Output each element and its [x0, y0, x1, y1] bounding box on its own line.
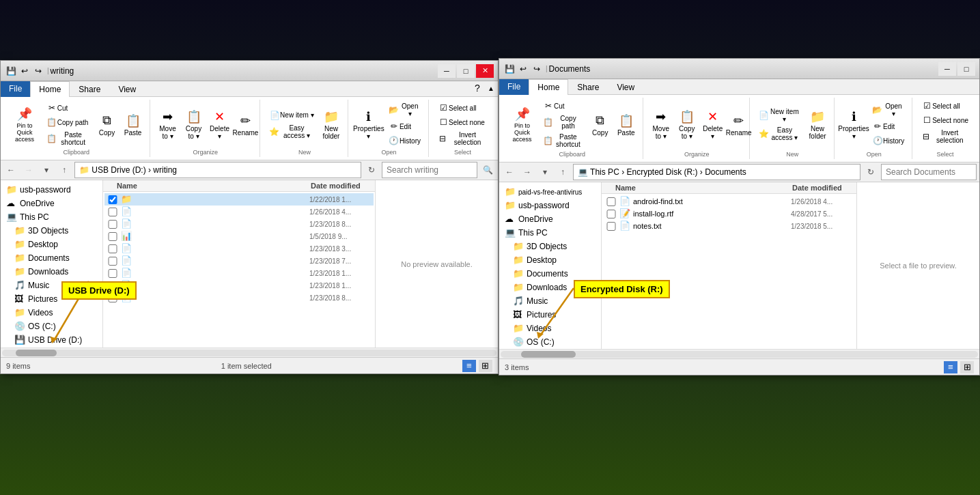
help-button-1[interactable]: ?	[471, 81, 484, 95]
history-button-2[interactable]: 🕐 History	[869, 134, 908, 147]
details-view-button-1[interactable]: ≡	[462, 360, 476, 372]
select-all-button-1[interactable]: ☑ Select all	[434, 101, 491, 115]
new-folder-button-1[interactable]: 📁 Newfolder	[319, 107, 344, 142]
paste-button-2[interactable]: 📋 Paste	[614, 111, 639, 139]
copy-path-button-2[interactable]: 📋 Copy path	[540, 113, 587, 131]
sidebar-item-documents-1[interactable]: 📁 Documents	[1, 251, 102, 265]
scroll-track-1[interactable]	[2, 350, 496, 356]
rename-button-1[interactable]: ✏ Rename	[234, 111, 258, 139]
easy-access-button-1[interactable]: ⭐ Easy access ▾	[266, 123, 318, 141]
copy-button-2[interactable]: ⧉ Copy	[588, 111, 613, 139]
tab-share-2[interactable]: Share	[568, 79, 608, 95]
table-row[interactable]: 📊 1/5/2018 9...	[104, 230, 374, 242]
maximize-button-2[interactable]: □	[957, 62, 975, 76]
invert-selection-button-1[interactable]: ⊟ Invert selection	[434, 130, 491, 147]
sidebar-item-usbd-1[interactable]: 💾 USB Drive (D:)	[1, 333, 102, 347]
table-row[interactable]: 📄 1/26/2018 4...	[104, 206, 374, 218]
table-row[interactable]: 📄 1/23/2018 1...	[104, 279, 374, 292]
file-checkbox[interactable]	[606, 222, 617, 231]
tab-view-2[interactable]: View	[608, 79, 643, 95]
scrollbar-h-1[interactable]	[1, 348, 498, 357]
table-row[interactable]: 📄 android-find.txt 1/26/2018 4...	[603, 195, 855, 208]
paste-button-1[interactable]: 📋 Paste	[121, 111, 145, 139]
address-field-2[interactable]: 💻 This PC › Encrypted Disk (R:) › Docume…	[573, 164, 860, 180]
table-row[interactable]: 📄 notes.txt 1/23/2018 5...	[603, 220, 855, 232]
select-none-button-2[interactable]: ☐ Select none	[918, 113, 972, 127]
table-row[interactable]: 📄 1/23/2018 8...	[104, 218, 374, 230]
file-checkbox[interactable]	[107, 195, 118, 204]
new-item-button-1[interactable]: 📄 New item ▾	[266, 109, 318, 122]
search-input-1[interactable]	[382, 162, 477, 178]
edit-button-1[interactable]: ✏ Edit	[385, 119, 424, 133]
scroll-thumb-2[interactable]	[521, 351, 576, 358]
sidebar-item-osc-2[interactable]: 💿 OS (C:)	[499, 335, 601, 349]
tiles-view-button-1[interactable]: ⊞	[479, 360, 492, 372]
table-row[interactable]: 📄 1/23/2018 8...	[104, 292, 374, 304]
cut-button-2[interactable]: ✂ Cut	[540, 99, 587, 113]
file-checkbox[interactable]	[107, 220, 118, 229]
new-item-button-2[interactable]: 📄 New item ▾	[755, 107, 804, 124]
new-folder-button-2[interactable]: 📁 Newfolder	[805, 107, 830, 142]
select-all-button-2[interactable]: ☑ Select all	[918, 99, 972, 113]
file-checkbox[interactable]	[606, 197, 617, 206]
paste-shortcut-button-2[interactable]: 📋 Paste shortcut	[540, 132, 587, 150]
refresh-button-1[interactable]: ↻	[364, 162, 379, 178]
pin-quick-access-button-1[interactable]: 📌 Pin to Quickaccess	[8, 104, 42, 145]
forward-button-2[interactable]: →	[520, 165, 535, 180]
table-row[interactable]: 📄 1/23/2018 3...	[104, 242, 374, 255]
table-row[interactable]: 📄 1/23/2018 1...	[104, 267, 374, 279]
scroll-track-2[interactable]	[501, 351, 978, 358]
copy-path-button-1[interactable]: 📋 Copy path	[43, 115, 94, 129]
file-checkbox[interactable]	[107, 244, 118, 253]
sidebar-item-3dobjects-2[interactable]: 📁 3D Objects	[499, 240, 601, 253]
sidebar-item-thispc-2[interactable]: 💻 This PC	[499, 226, 601, 240]
sidebar-item-3dobjects-1[interactable]: 📁 3D Objects	[1, 224, 102, 238]
history-button-1[interactable]: 🕐 History	[385, 134, 424, 147]
back-button-1[interactable]: ←	[3, 162, 18, 178]
maximize-button-1[interactable]: □	[457, 64, 475, 78]
sidebar-item-desktop-1[interactable]: 📁 Desktop	[1, 238, 102, 251]
sidebar-item-videos-2[interactable]: 📁 Videos	[499, 322, 601, 335]
properties-button-1[interactable]: ℹ Properties▾	[354, 107, 384, 142]
copy-to-button-2[interactable]: 📋 Copyto ▾	[675, 107, 699, 142]
delete-button-2[interactable]: ✕ Delete▾	[701, 107, 725, 142]
search-button-1[interactable]: 🔍	[480, 162, 495, 178]
sidebar-item-videos-1[interactable]: 📁 Videos	[1, 306, 102, 320]
scroll-thumb-1[interactable]	[16, 350, 57, 356]
minimize-button-1[interactable]: ─	[438, 64, 456, 78]
pin-quick-access-button-2[interactable]: 📌 Pin to Quickaccess	[506, 104, 538, 145]
edit-button-2[interactable]: ✏ Edit	[869, 119, 908, 133]
move-to-button-1[interactable]: ➡ Moveto ▾	[156, 107, 180, 142]
sidebar-item-pictures-2[interactable]: 🖼 Pictures	[499, 308, 601, 322]
recent-button-2[interactable]: ▾	[537, 165, 552, 180]
open-button-2[interactable]: 📂 Open ▾	[869, 101, 908, 119]
tab-home-1[interactable]: Home	[30, 81, 70, 97]
sidebar-item-usb-password-1[interactable]: 📁 usb-password	[1, 183, 102, 197]
up-button-1[interactable]: ↑	[57, 162, 72, 178]
sidebar-item-osc-1[interactable]: 💿 OS (C:)	[1, 320, 102, 333]
qa-redo-button[interactable]: ↪	[32, 65, 44, 77]
table-row[interactable]: 📁 1/22/2018 1...	[104, 193, 374, 206]
tab-home-2[interactable]: Home	[529, 79, 568, 95]
file-checkbox[interactable]	[107, 208, 118, 216]
sidebar-item-paid-vs-free-2[interactable]: 📁 paid-vs-free-antivirus	[499, 185, 601, 199]
collapse-ribbon-1[interactable]: ▲	[484, 81, 498, 95]
sidebar-item-thispc-1[interactable]: 💻 This PC	[1, 210, 102, 224]
file-checkbox[interactable]	[107, 269, 118, 278]
rename-button-2[interactable]: ✏ Rename	[727, 111, 751, 139]
qa-redo-button-2[interactable]: ↪	[531, 63, 543, 75]
address-field-1[interactable]: 📁 USB Drive (D:) › writing	[74, 162, 361, 178]
paste-shortcut-button-1[interactable]: 📋 Paste shortcut	[43, 130, 94, 147]
refresh-button-2[interactable]: ↻	[863, 165, 878, 180]
tab-file-2[interactable]: File	[499, 79, 529, 95]
tab-file-1[interactable]: File	[1, 81, 30, 97]
minimize-button-2[interactable]: ─	[938, 62, 956, 76]
back-button-2[interactable]: ←	[502, 165, 517, 180]
qa-save-button-2[interactable]: 💾	[503, 63, 516, 75]
sidebar-item-documents-2[interactable]: 📁 Documents	[499, 267, 601, 281]
table-row[interactable]: 📝 install-log.rtf 4/28/2017 5...	[603, 208, 855, 220]
tab-view-1[interactable]: View	[109, 81, 145, 97]
qa-undo-button-2[interactable]: ↩	[517, 63, 529, 75]
close-button-1[interactable]: ✕	[476, 64, 494, 78]
sidebar-item-usb-password-2[interactable]: 📁 usb-password	[499, 199, 601, 212]
